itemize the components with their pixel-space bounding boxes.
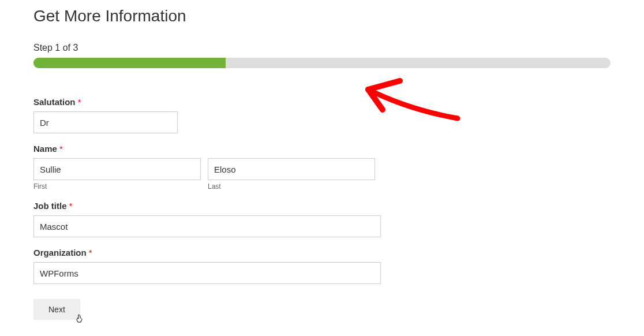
organization-label-text: Organization bbox=[33, 248, 87, 257]
next-button[interactable]: Next bbox=[33, 299, 80, 320]
job-title-label-text: Job title bbox=[33, 201, 67, 211]
salutation-label-text: Salutation bbox=[33, 97, 76, 107]
organization-label: Organization * bbox=[33, 248, 611, 257]
progress-fill bbox=[33, 58, 226, 68]
required-marker: * bbox=[69, 201, 73, 211]
job-title-input[interactable] bbox=[33, 215, 381, 237]
salutation-label: Salutation * bbox=[33, 97, 611, 107]
required-marker: * bbox=[78, 97, 81, 107]
job-title-label: Job title * bbox=[33, 201, 611, 211]
step-indicator: Step 1 of 3 bbox=[33, 43, 611, 53]
field-salutation: Salutation * bbox=[33, 97, 611, 133]
field-job-title: Job title * bbox=[33, 201, 611, 237]
required-marker: * bbox=[59, 144, 63, 154]
progress-bar bbox=[33, 58, 611, 68]
name-row: First Last bbox=[33, 158, 611, 191]
last-name-input[interactable] bbox=[208, 158, 375, 180]
field-name: Name * First Last bbox=[33, 144, 611, 191]
last-name-sublabel: Last bbox=[208, 182, 375, 191]
form-container: Get More Information Step 1 of 3 Salutat… bbox=[0, 0, 644, 331]
first-name-sublabel: First bbox=[33, 182, 201, 191]
required-marker: * bbox=[89, 248, 92, 257]
field-organization: Organization * bbox=[33, 248, 611, 284]
name-label-text: Name bbox=[33, 144, 57, 154]
first-name-input[interactable] bbox=[33, 158, 201, 180]
last-name-col: Last bbox=[208, 158, 375, 191]
salutation-input[interactable] bbox=[33, 111, 178, 133]
page-title: Get More Information bbox=[33, 7, 611, 25]
first-name-col: First bbox=[33, 158, 201, 191]
name-label: Name * bbox=[33, 144, 611, 154]
organization-input[interactable] bbox=[33, 262, 381, 284]
